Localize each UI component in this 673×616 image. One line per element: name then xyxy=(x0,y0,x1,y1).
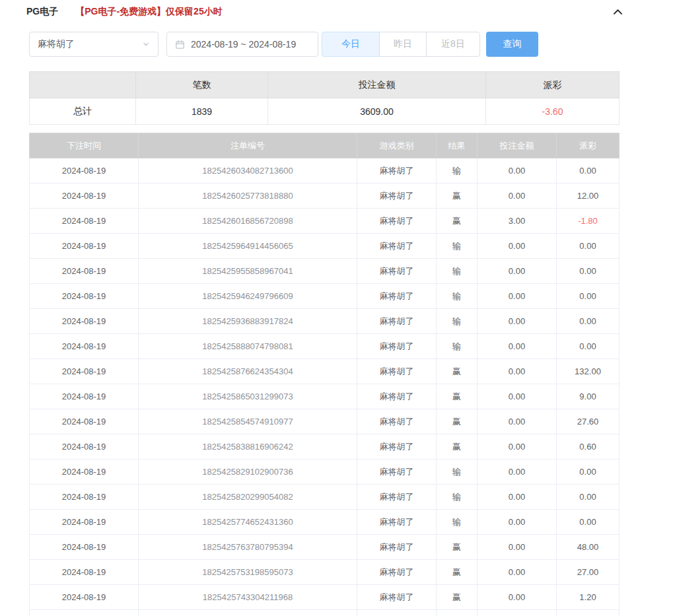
cell-game-type: 麻将胡了 xyxy=(357,209,437,234)
table-row: 2024-08-19 1825425737487408232 麻将胡了 赢 0.… xyxy=(30,610,620,616)
date-range-input[interactable]: 2024-08-19 ~ 2024-08-19 xyxy=(166,32,318,57)
summary-total-label: 总计 xyxy=(30,98,136,125)
table-row: 2024-08-19 1825426016856720898 麻将胡了 赢 3.… xyxy=(30,209,620,234)
cell-bet-amount: 0.00 xyxy=(478,158,557,184)
cell-bet-time: 2024-08-19 xyxy=(30,485,139,510)
cell-order-id: 1825425829102900736 xyxy=(139,460,357,485)
cell-payout: 0.00 xyxy=(557,234,620,259)
cell-payout: 1.40 xyxy=(557,610,620,616)
cell-game-type: 麻将胡了 xyxy=(357,234,437,259)
bet-table-body: 2024-08-19 1825426034082713600 麻将胡了 输 0.… xyxy=(30,158,620,616)
table-row: 2024-08-19 1825425753198595073 麻将胡了 赢 0.… xyxy=(30,560,620,585)
cell-bet-amount: 0.00 xyxy=(478,585,557,610)
cell-result: 赢 xyxy=(437,184,478,209)
game-type-select[interactable]: 麻将胡了 xyxy=(29,32,159,57)
cell-bet-time: 2024-08-19 xyxy=(30,158,139,184)
cell-bet-time: 2024-08-19 xyxy=(30,585,139,610)
cell-payout: 0.00 xyxy=(557,485,620,510)
cell-order-id: 1825425743304211968 xyxy=(139,585,357,610)
filter-bar: 麻将胡了 2024-08-19 ~ 2024-08-19 今日 昨日 近8日 查… xyxy=(29,32,619,57)
cell-game-type: 麻将胡了 xyxy=(357,460,437,485)
cell-payout: 48.00 xyxy=(557,535,620,560)
cell-bet-amount: 0.00 xyxy=(478,334,557,359)
last-8-days-button[interactable]: 近8日 xyxy=(426,32,480,57)
cell-game-type: 麻将胡了 xyxy=(357,259,437,284)
cell-bet-amount: 0.00 xyxy=(478,184,557,209)
notice-text: 【PG电子-免费游戏】仅保留25小时 xyxy=(75,6,222,18)
cell-result: 输 xyxy=(437,259,478,284)
summary-total-count: 1839 xyxy=(136,98,268,125)
cell-game-type: 麻将胡了 xyxy=(357,384,437,409)
cell-order-id: 1825425838816906242 xyxy=(139,434,357,460)
cell-result: 输 xyxy=(437,460,478,485)
column-header-game-type: 游戏类别 xyxy=(357,133,437,158)
cell-order-id: 1825426025773818880 xyxy=(139,184,357,209)
cell-payout: 0.00 xyxy=(557,460,620,485)
cell-bet-time: 2024-08-19 xyxy=(30,560,139,585)
cell-game-type: 麻将胡了 xyxy=(357,309,437,334)
cell-order-id: 1825425964914456065 xyxy=(139,234,357,259)
cell-order-id: 1825425763780795394 xyxy=(139,535,357,560)
cell-payout: 1.20 xyxy=(557,585,620,610)
cell-result: 输 xyxy=(437,334,478,359)
cell-game-type: 麻将胡了 xyxy=(357,284,437,309)
cell-game-type: 麻将胡了 xyxy=(357,184,437,209)
cell-result: 赢 xyxy=(437,560,478,585)
cell-payout: 0.00 xyxy=(557,510,620,535)
cell-order-id: 1825425737487408232 xyxy=(139,610,357,616)
table-row: 2024-08-19 1825425946249796609 麻将胡了 输 0.… xyxy=(30,284,620,309)
table-row: 2024-08-19 1825425964914456065 麻将胡了 输 0.… xyxy=(30,234,620,259)
cell-order-id: 1825425865031299073 xyxy=(139,384,357,409)
page-title: PG电子 xyxy=(26,6,58,18)
cell-bet-time: 2024-08-19 xyxy=(30,460,139,485)
summary-total-row: 总计 1839 3609.00 -3.60 xyxy=(30,98,620,125)
cell-bet-amount: 0.00 xyxy=(478,234,557,259)
summary-header-bet-amount: 投注金额 xyxy=(268,72,486,98)
cell-bet-time: 2024-08-19 xyxy=(30,209,139,234)
cell-game-type: 麻将胡了 xyxy=(357,560,437,585)
date-range-value: 2024-08-19 ~ 2024-08-19 xyxy=(191,39,296,50)
cell-bet-time: 2024-08-19 xyxy=(30,409,139,434)
summary-total-payout: -3.60 xyxy=(486,98,620,125)
bet-table-header-row: 下注时间 注单编号 游戏类别 结果 投注金额 派彩 xyxy=(30,133,620,158)
cell-order-id: 1825425876624354304 xyxy=(139,359,357,384)
table-row: 2024-08-19 1825425820299054082 麻将胡了 输 0.… xyxy=(30,485,620,510)
cell-bet-amount: 0.00 xyxy=(478,259,557,284)
column-header-result: 结果 xyxy=(437,133,478,158)
cell-bet-amount: 0.00 xyxy=(478,560,557,585)
cell-result: 输 xyxy=(437,158,478,184)
section-header: PG电子 【PG电子-免费游戏】仅保留25小时 xyxy=(26,4,616,20)
cell-payout: 0.00 xyxy=(557,158,620,184)
cell-payout: 0.00 xyxy=(557,284,620,309)
cell-bet-amount: 0.00 xyxy=(478,434,557,460)
summary-table: 笔数 投注金额 派彩 总计 1839 3609.00 -3.60 xyxy=(29,71,620,125)
quick-range-button-group: 今日 昨日 近8日 xyxy=(322,32,480,57)
cell-order-id: 1825425820299054082 xyxy=(139,485,357,510)
cell-bet-amount: 3.00 xyxy=(478,209,557,234)
cell-bet-amount: 0.00 xyxy=(478,610,557,616)
cell-game-type: 麻将胡了 xyxy=(357,359,437,384)
summary-header-row: 笔数 投注金额 派彩 xyxy=(30,72,620,98)
table-row: 2024-08-19 1825425854574910977 麻将胡了 赢 0.… xyxy=(30,409,620,434)
cell-game-type: 麻将胡了 xyxy=(357,409,437,434)
cell-payout: 12.00 xyxy=(557,184,620,209)
game-type-select-value: 麻将胡了 xyxy=(38,38,75,50)
cell-result: 输 xyxy=(437,309,478,334)
cell-order-id: 1825425753198595073 xyxy=(139,560,357,585)
cell-bet-amount: 0.00 xyxy=(478,510,557,535)
column-header-bet-time: 下注时间 xyxy=(30,133,139,158)
collapse-chevron-up-icon[interactable] xyxy=(610,4,625,20)
today-button[interactable]: 今日 xyxy=(322,32,380,57)
yesterday-button[interactable]: 昨日 xyxy=(379,32,427,57)
cell-bet-time: 2024-08-19 xyxy=(30,434,139,460)
table-row: 2024-08-19 1825425936883917824 麻将胡了 输 0.… xyxy=(30,309,620,334)
cell-result: 赢 xyxy=(437,535,478,560)
search-button[interactable]: 查询 xyxy=(486,32,538,57)
summary-header-payout: 派彩 xyxy=(486,72,620,98)
cell-payout: 9.00 xyxy=(557,384,620,409)
cell-bet-time: 2024-08-19 xyxy=(30,334,139,359)
cell-game-type: 麻将胡了 xyxy=(357,434,437,460)
cell-order-id: 1825425888074798081 xyxy=(139,334,357,359)
table-row: 2024-08-19 1825425763780795394 麻将胡了 赢 0.… xyxy=(30,535,620,560)
cell-bet-time: 2024-08-19 xyxy=(30,359,139,384)
